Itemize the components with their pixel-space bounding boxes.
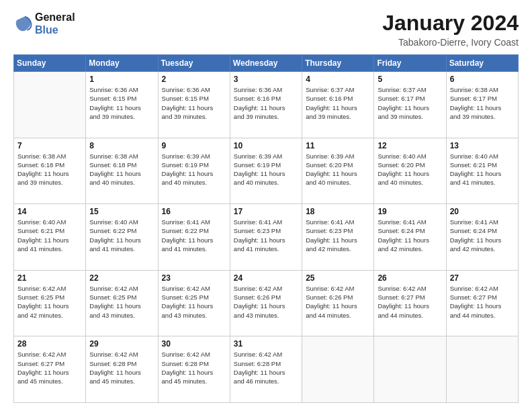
calendar-cell: 27Sunrise: 6:42 AM Sunset: 6:27 PM Dayli…	[446, 270, 518, 336]
calendar-header-cell: Saturday	[446, 55, 518, 72]
calendar-cell: 18Sunrise: 6:41 AM Sunset: 6:23 PM Dayli…	[302, 204, 374, 271]
day-info: Sunrise: 6:40 AM Sunset: 6:21 PM Dayligh…	[17, 218, 82, 253]
calendar-cell: 17Sunrise: 6:41 AM Sunset: 6:23 PM Dayli…	[230, 204, 302, 271]
calendar-cell: 22Sunrise: 6:42 AM Sunset: 6:25 PM Dayli…	[86, 270, 158, 336]
day-info: Sunrise: 6:38 AM Sunset: 6:18 PM Dayligh…	[17, 152, 82, 187]
calendar-cell: 4Sunrise: 6:37 AM Sunset: 6:16 PM Daylig…	[302, 72, 374, 138]
day-info: Sunrise: 6:39 AM Sunset: 6:19 PM Dayligh…	[162, 152, 226, 187]
day-number: 10	[234, 141, 298, 150]
day-number: 5	[378, 75, 442, 84]
day-number: 17	[234, 207, 298, 216]
day-number: 9	[162, 141, 226, 150]
day-number: 14	[17, 207, 82, 216]
calendar-cell: 31Sunrise: 6:42 AM Sunset: 6:28 PM Dayli…	[230, 336, 302, 403]
calendar-cell	[446, 336, 518, 403]
day-number: 16	[162, 207, 226, 216]
calendar-cell: 25Sunrise: 6:42 AM Sunset: 6:26 PM Dayli…	[302, 270, 374, 336]
day-info: Sunrise: 6:42 AM Sunset: 6:25 PM Dayligh…	[162, 284, 226, 320]
day-number: 27	[450, 273, 515, 283]
day-info: Sunrise: 6:42 AM Sunset: 6:27 PM Dayligh…	[378, 284, 442, 320]
calendar-header-cell: Thursday	[302, 55, 374, 72]
day-info: Sunrise: 6:36 AM Sunset: 6:15 PM Dayligh…	[89, 85, 154, 121]
day-number: 12	[378, 141, 442, 150]
day-number: 4	[306, 75, 370, 84]
day-number: 7	[17, 141, 82, 150]
calendar-table: SundayMondayTuesdayWednesdayThursdayFrid…	[13, 54, 519, 403]
day-info: Sunrise: 6:40 AM Sunset: 6:20 PM Dayligh…	[378, 152, 442, 187]
day-number: 13	[450, 141, 515, 150]
calendar-cell: 21Sunrise: 6:42 AM Sunset: 6:25 PM Dayli…	[14, 270, 86, 336]
header: General Blue January 2024 Tabakoro-Dierr…	[13, 11, 519, 48]
calendar-cell: 12Sunrise: 6:40 AM Sunset: 6:20 PM Dayli…	[374, 138, 446, 204]
calendar-cell: 24Sunrise: 6:42 AM Sunset: 6:26 PM Dayli…	[230, 270, 302, 336]
calendar-header-cell: Friday	[374, 55, 446, 72]
calendar-cell: 11Sunrise: 6:39 AM Sunset: 6:20 PM Dayli…	[302, 138, 374, 204]
calendar-header-cell: Sunday	[14, 55, 86, 72]
calendar-cell: 2Sunrise: 6:36 AM Sunset: 6:15 PM Daylig…	[158, 72, 230, 138]
day-info: Sunrise: 6:41 AM Sunset: 6:23 PM Dayligh…	[234, 218, 298, 253]
page: General Blue January 2024 Tabakoro-Dierr…	[0, 0, 532, 411]
day-info: Sunrise: 6:42 AM Sunset: 6:25 PM Dayligh…	[89, 284, 154, 320]
calendar-header-cell: Tuesday	[158, 55, 230, 72]
day-info: Sunrise: 6:37 AM Sunset: 6:17 PM Dayligh…	[378, 85, 442, 121]
calendar-cell: 13Sunrise: 6:40 AM Sunset: 6:21 PM Dayli…	[446, 138, 518, 204]
day-info: Sunrise: 6:42 AM Sunset: 6:27 PM Dayligh…	[17, 350, 82, 385]
day-info: Sunrise: 6:42 AM Sunset: 6:28 PM Dayligh…	[162, 350, 226, 385]
calendar-cell: 20Sunrise: 6:41 AM Sunset: 6:24 PM Dayli…	[446, 204, 518, 271]
logo-icon	[13, 14, 32, 33]
day-info: Sunrise: 6:41 AM Sunset: 6:23 PM Dayligh…	[306, 218, 370, 253]
day-info: Sunrise: 6:42 AM Sunset: 6:26 PM Dayligh…	[234, 284, 298, 320]
day-number: 31	[234, 339, 298, 349]
calendar-cell: 7Sunrise: 6:38 AM Sunset: 6:18 PM Daylig…	[14, 138, 86, 204]
logo-text: General Blue	[35, 11, 75, 36]
day-info: Sunrise: 6:42 AM Sunset: 6:25 PM Dayligh…	[17, 284, 82, 320]
calendar-cell: 23Sunrise: 6:42 AM Sunset: 6:25 PM Dayli…	[158, 270, 230, 336]
day-info: Sunrise: 6:42 AM Sunset: 6:27 PM Dayligh…	[450, 284, 515, 320]
day-number: 11	[306, 141, 370, 150]
calendar-cell: 8Sunrise: 6:38 AM Sunset: 6:18 PM Daylig…	[86, 138, 158, 204]
calendar-cell: 29Sunrise: 6:42 AM Sunset: 6:28 PM Dayli…	[86, 336, 158, 403]
month-title: January 2024	[382, 11, 519, 36]
calendar-row: 1Sunrise: 6:36 AM Sunset: 6:15 PM Daylig…	[14, 72, 519, 138]
calendar-cell: 16Sunrise: 6:41 AM Sunset: 6:22 PM Dayli…	[158, 204, 230, 271]
day-number: 8	[89, 141, 154, 150]
day-info: Sunrise: 6:39 AM Sunset: 6:20 PM Dayligh…	[306, 152, 370, 187]
day-number: 6	[450, 75, 515, 84]
day-number: 3	[234, 75, 298, 84]
day-number: 30	[162, 339, 226, 349]
day-number: 19	[378, 207, 442, 216]
day-number: 2	[162, 75, 226, 84]
calendar-cell: 14Sunrise: 6:40 AM Sunset: 6:21 PM Dayli…	[14, 204, 86, 271]
day-info: Sunrise: 6:42 AM Sunset: 6:28 PM Dayligh…	[89, 350, 154, 385]
calendar-cell	[14, 72, 86, 138]
day-info: Sunrise: 6:41 AM Sunset: 6:24 PM Dayligh…	[378, 218, 442, 253]
day-info: Sunrise: 6:38 AM Sunset: 6:17 PM Dayligh…	[450, 85, 515, 121]
calendar-cell	[302, 336, 374, 403]
day-number: 29	[89, 339, 154, 349]
day-number: 22	[89, 273, 154, 283]
calendar-row: 14Sunrise: 6:40 AM Sunset: 6:21 PM Dayli…	[14, 204, 519, 271]
calendar-header-cell: Wednesday	[230, 55, 302, 72]
calendar-cell: 26Sunrise: 6:42 AM Sunset: 6:27 PM Dayli…	[374, 270, 446, 336]
day-info: Sunrise: 6:36 AM Sunset: 6:16 PM Dayligh…	[234, 85, 298, 121]
calendar-row: 28Sunrise: 6:42 AM Sunset: 6:27 PM Dayli…	[14, 336, 519, 403]
day-number: 25	[306, 273, 370, 283]
day-number: 18	[306, 207, 370, 216]
calendar-cell: 28Sunrise: 6:42 AM Sunset: 6:27 PM Dayli…	[14, 336, 86, 403]
day-info: Sunrise: 6:42 AM Sunset: 6:26 PM Dayligh…	[306, 284, 370, 320]
title-block: January 2024 Tabakoro-Dierre, Ivory Coas…	[382, 11, 519, 48]
calendar-row: 7Sunrise: 6:38 AM Sunset: 6:18 PM Daylig…	[14, 138, 519, 204]
day-number: 15	[89, 207, 154, 216]
day-info: Sunrise: 6:40 AM Sunset: 6:22 PM Dayligh…	[89, 218, 154, 253]
day-info: Sunrise: 6:37 AM Sunset: 6:16 PM Dayligh…	[306, 85, 370, 121]
calendar-cell: 3Sunrise: 6:36 AM Sunset: 6:16 PM Daylig…	[230, 72, 302, 138]
calendar-header-row: SundayMondayTuesdayWednesdayThursdayFrid…	[14, 55, 519, 72]
calendar-cell: 19Sunrise: 6:41 AM Sunset: 6:24 PM Dayli…	[374, 204, 446, 271]
calendar-header-cell: Monday	[86, 55, 158, 72]
day-info: Sunrise: 6:36 AM Sunset: 6:15 PM Dayligh…	[162, 85, 226, 121]
day-info: Sunrise: 6:41 AM Sunset: 6:24 PM Dayligh…	[450, 218, 515, 253]
day-info: Sunrise: 6:40 AM Sunset: 6:21 PM Dayligh…	[450, 152, 515, 187]
calendar-cell: 6Sunrise: 6:38 AM Sunset: 6:17 PM Daylig…	[446, 72, 518, 138]
subtitle: Tabakoro-Dierre, Ivory Coast	[382, 37, 519, 48]
day-info: Sunrise: 6:41 AM Sunset: 6:22 PM Dayligh…	[162, 218, 226, 253]
